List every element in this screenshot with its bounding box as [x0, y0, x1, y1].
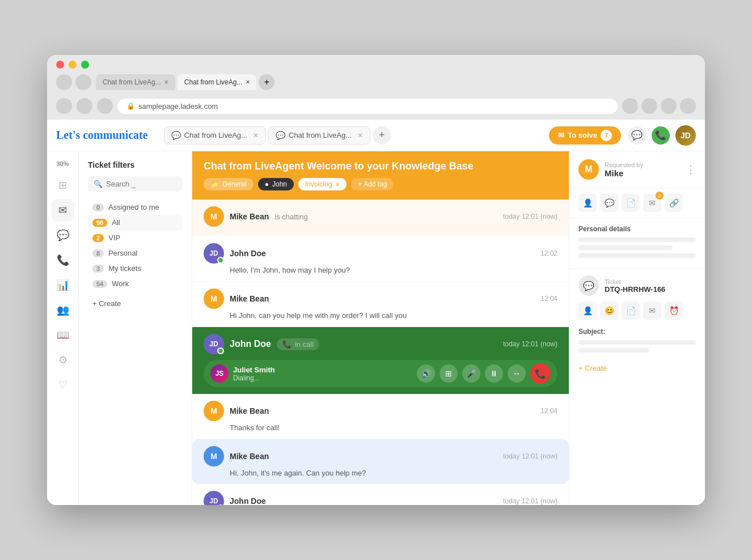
browser-tab-2[interactable]: Chat from LiveAg... ×: [178, 74, 257, 90]
filter-personal[interactable]: 8 Personal: [88, 245, 183, 261]
tag-invoicing[interactable]: Invoicing ✕: [298, 178, 347, 190]
avatar-mike-2: M: [204, 289, 224, 309]
hold-icon-btn[interactable]: ⏸: [485, 364, 503, 383]
time-3: 12:04: [540, 295, 557, 303]
rs-ticket-email-btn[interactable]: ✉: [643, 302, 661, 320]
chat-tags: 📁 General ● John Invoicing ✕: [204, 178, 474, 190]
app-container: Let's communicate 💬 Chat from LiveAg... …: [47, 120, 705, 505]
rs-subject-placeholder-2: [578, 348, 649, 353]
rs-header: M Requested by Mike ⋮: [569, 151, 705, 188]
rs-create-button[interactable]: + Create: [569, 360, 705, 376]
rs-more-btn[interactable]: ⋮: [686, 163, 696, 176]
nav-forward-icon[interactable]: [77, 98, 92, 114]
rs-personal-details: Personal details: [569, 218, 705, 269]
dialpad-icon-btn[interactable]: ⊞: [440, 364, 458, 383]
close-traffic-light[interactable]: [56, 61, 64, 69]
add-tab-button[interactable]: +: [373, 126, 391, 145]
tag-general[interactable]: 📁 General: [204, 178, 254, 190]
rs-person-icon-btn[interactable]: 👤: [578, 194, 597, 212]
sidebar-contacts-icon[interactable]: 👥: [52, 299, 74, 321]
nav-tab-1[interactable]: 💬 Chat from LiveAg... ✕: [164, 126, 266, 145]
new-tab-button[interactable]: +: [259, 74, 274, 90]
chat-messages[interactable]: M Mike Bean is chatting today 12:01 (now…: [192, 200, 569, 505]
browser-tab-1[interactable]: Chat from LiveAg... ×: [96, 74, 175, 90]
nav-tab-2-close[interactable]: ✕: [357, 131, 363, 139]
rs-ticket-emoji-btn[interactable]: 😊: [600, 302, 618, 320]
rs-ticket-label: Ticket: [605, 278, 696, 285]
mute-icon-btn[interactable]: 🎤: [462, 364, 480, 383]
filter-assigned-to-me[interactable]: 0 Assigned to me: [88, 200, 183, 215]
rs-link-icon-btn[interactable]: 🔗: [665, 194, 683, 212]
account-icon[interactable]: [641, 98, 657, 114]
time-1: today 12:01 (now): [503, 213, 557, 220]
rs-ticket-clock-btn[interactable]: ⏰: [665, 302, 683, 320]
tab1-close-icon[interactable]: ×: [164, 78, 168, 86]
msg-header-3: M Mike Bean 12:04: [204, 289, 557, 309]
sidebar-grid-icon[interactable]: ⊞: [52, 174, 74, 197]
tab2-close-icon[interactable]: ×: [246, 78, 250, 86]
message-group-1: M Mike Bean is chatting today 12:01 (now…: [192, 200, 569, 236]
nav-tab-1-label: Chat from LiveAg...: [184, 131, 247, 139]
forward-button[interactable]: [75, 74, 91, 90]
transfer-icon-btn[interactable]: ↔: [508, 364, 526, 383]
chat-tab-icon-1: 💬: [171, 131, 181, 140]
solve-button[interactable]: ✉ To solve 7: [549, 126, 621, 145]
rs-create-label: + Create: [578, 364, 607, 372]
tag-invoicing-label: Invoicing: [305, 180, 332, 188]
filter-label-all: All: [112, 218, 120, 227]
browser-tabs: Chat from LiveAg... × Chat from LiveAg..…: [96, 74, 696, 90]
rs-email-icon-btn[interactable]: ✉ 2: [643, 194, 661, 212]
browser-chrome: Chat from LiveAg... × Chat from LiveAg..…: [47, 55, 705, 95]
folder-icon: 📁: [210, 180, 219, 188]
rs-ticket-file-btn[interactable]: 📄: [622, 302, 640, 320]
settings-icon[interactable]: [661, 98, 677, 114]
tag-invoicing-close[interactable]: ✕: [335, 181, 340, 188]
address-bar[interactable]: 🔒 samplepage.ladesk.com: [117, 99, 618, 114]
filter-badge-my-tickets: 3: [92, 265, 104, 273]
back-button[interactable]: [56, 74, 72, 90]
search-input[interactable]: [106, 180, 177, 188]
rs-file-icon-btn[interactable]: 📄: [622, 194, 640, 212]
browser-toolbar: Chat from LiveAg... × Chat from LiveAg..…: [56, 74, 696, 95]
phone-icon-btn[interactable]: 📞: [652, 126, 670, 145]
end-call-btn[interactable]: 📞: [530, 363, 551, 384]
sender-john-2: John Doe: [230, 497, 266, 505]
volume-icon-btn[interactable]: 🔊: [417, 364, 435, 383]
chat-icon-btn[interactable]: 💬: [628, 126, 646, 145]
menu-icon[interactable]: [680, 98, 696, 114]
nav-refresh-icon[interactable]: [97, 98, 113, 114]
nav-tab-1-close[interactable]: ✕: [253, 131, 259, 139]
create-button[interactable]: + Create: [88, 296, 183, 311]
incall-badge: 📞 in call: [277, 338, 319, 350]
rs-ticket-person-btn[interactable]: 👤: [578, 302, 597, 320]
maximize-traffic-light[interactable]: [81, 61, 89, 69]
sidebar-favorites-icon[interactable]: ♡: [52, 374, 74, 396]
extensions-icon[interactable]: [622, 98, 638, 114]
main-layout: 30% ⊞ ✉ 💬 📞 📊 👥 📖 ⚙ ♡ Ticket filters 🔍: [47, 151, 705, 505]
nav-back-icon[interactable]: [56, 98, 72, 114]
filter-work[interactable]: 54 Work: [88, 276, 183, 291]
tag-john[interactable]: ● John: [258, 178, 294, 190]
nav-tab-2[interactable]: 💬 Chat from LiveAg... ✕: [268, 126, 370, 145]
add-tag-button[interactable]: + Add tag: [351, 178, 394, 190]
user-avatar[interactable]: JD: [675, 125, 696, 146]
rs-ticket-icons-row: 👤 😊 📄 ✉ ⏰: [569, 298, 705, 325]
sidebar-kb-icon[interactable]: 📖: [52, 324, 74, 346]
sidebar-chat-icon[interactable]: 💬: [52, 224, 74, 247]
filter-label-vip: VIP: [108, 234, 120, 242]
rs-icons-row: 👤 💬 📄 ✉ 2 🔗: [569, 188, 705, 218]
sender-mike-3: Mike Bean: [230, 406, 269, 415]
filter-all[interactable]: 98 All: [88, 215, 183, 230]
minimize-traffic-light[interactable]: [69, 61, 77, 69]
john-incall-dot: [217, 347, 224, 354]
filter-vip[interactable]: 2 VIP: [88, 230, 183, 245]
rs-email-badge: 2: [656, 192, 664, 200]
sidebar-settings-icon[interactable]: ⚙: [52, 349, 74, 371]
sidebar-phone-icon[interactable]: 📞: [52, 249, 74, 271]
sidebar-analytics-icon[interactable]: 📊: [52, 274, 74, 296]
rs-chat-icon-btn[interactable]: 💬: [600, 194, 618, 212]
filter-badge-all: 98: [92, 219, 107, 227]
sidebar-email-icon[interactable]: ✉: [52, 199, 74, 222]
filter-label-assigned: Assigned to me: [108, 203, 159, 211]
filter-my-tickets[interactable]: 3 My tickets: [88, 261, 183, 276]
